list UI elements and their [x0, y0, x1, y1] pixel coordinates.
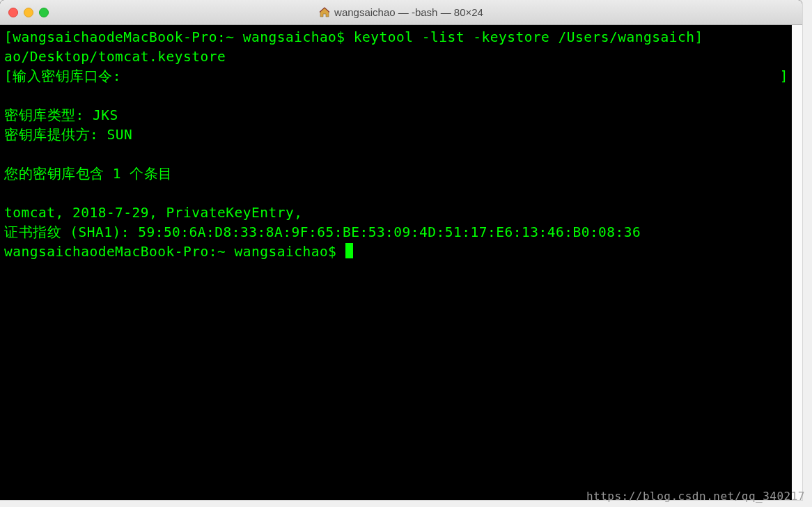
terminal-text	[4, 145, 798, 164]
watermark-text: https://blog.csdn.net/qq_340217	[586, 490, 805, 503]
cursor	[345, 243, 353, 258]
terminal-window: wangsaichao — -bash — 80×24 [wangsaichao…	[0, 0, 802, 500]
terminal-text	[4, 86, 798, 106]
maximize-button[interactable]	[39, 8, 49, 17]
terminal-text: ]	[780, 67, 788, 86]
terminal-text: ao/Desktop/tomcat.keystore	[4, 47, 798, 67]
terminal-text	[4, 184, 798, 203]
window-title: wangsaichao — -bash — 80×24	[334, 6, 483, 18]
scrollbar-vertical[interactable]	[792, 25, 802, 500]
close-button[interactable]	[8, 8, 18, 17]
terminal-text: tomcat, 2018-7-29, PrivateKeyEntry,	[4, 203, 798, 223]
window-title-wrap: wangsaichao — -bash — 80×24	[0, 6, 802, 18]
minimize-button[interactable]	[24, 8, 33, 17]
terminal-text: keytool -list -keystore /Users/wangsaich…	[354, 29, 703, 45]
home-icon	[319, 7, 330, 18]
terminal-text: [输入密钥库口令:	[4, 67, 121, 86]
terminal-text: 密钥库类型: JKS	[4, 106, 798, 125]
terminal-text: 您的密钥库包含 1 个条目	[4, 164, 798, 184]
terminal-body[interactable]: [wangsaichaodeMacBook-Pro:~ wangsaichao$…	[0, 25, 802, 500]
traffic-lights	[8, 8, 49, 17]
terminal-prompt: wangsaichaodeMacBook-Pro:~ wangsaichao$	[4, 244, 345, 260]
terminal-text: 密钥库提供方: SUN	[4, 125, 798, 145]
titlebar[interactable]: wangsaichao — -bash — 80×24	[0, 0, 802, 25]
terminal-text: 证书指纹 (SHA1): 59:50:6A:D8:33:8A:9F:65:BE:…	[4, 223, 798, 242]
terminal-text: [wangsaichaodeMacBook-Pro:~ wangsaichao$	[4, 29, 354, 45]
